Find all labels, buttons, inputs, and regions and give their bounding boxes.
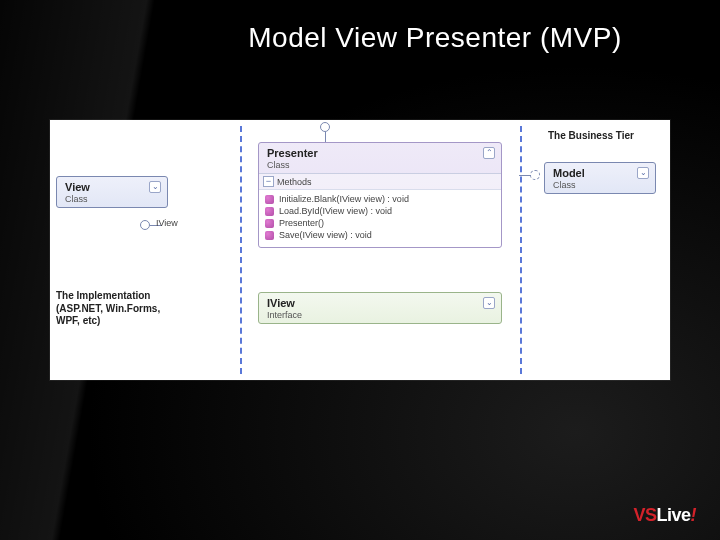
class-name: IView [267,297,302,309]
method-item: Save(IView view) : void [265,229,497,241]
class-name: View [65,181,90,193]
method-icon [265,219,274,228]
class-box-view: View Class ⌄ [56,176,168,208]
class-stereotype: Class [267,160,318,170]
logo-excl: ! [691,505,697,525]
vslive-logo: VSLive! [633,505,696,526]
lollipop-label-iview: IView [156,218,178,228]
method-icon [265,207,274,216]
class-stereotype: Interface [267,310,302,320]
collapse-icon: ⌃ [483,147,495,159]
slide-title: Model View Presenter (MVP) [180,22,690,54]
class-stereotype: Class [65,194,90,204]
method-item: Load.ById(IView view) : void [265,205,497,217]
method-icon [265,231,274,240]
method-item: Presenter() [265,217,497,229]
expand-icon: ⌄ [637,167,649,179]
section-methods: Methods [259,173,501,189]
tier-divider-right [520,126,522,374]
class-name: Presenter [267,147,318,159]
method-icon [265,195,274,204]
tier-implementation: View Class ⌄ IView The Implementation (A… [50,120,230,380]
expand-icon: ⌄ [149,181,161,193]
class-stereotype: Class [553,180,585,190]
impl-line3: WPF, etc) [56,315,226,328]
method-list: Initialize.Blank(IView view) : void Load… [259,189,501,247]
mvp-diagram: View Class ⌄ IView The Implementation (A… [50,120,670,380]
logo-live: Live [656,505,690,525]
impl-line2: (ASP.NET, Win.Forms, [56,303,226,316]
impl-line1: The Implementation [56,290,226,303]
tier-label-implementation: The Implementation (ASP.NET, Win.Forms, … [56,290,226,328]
tier-presenter: Presenter Class ⌃ Methods Initialize.Bla… [250,120,510,380]
lollipop-model-left [530,170,540,180]
class-name: Model [553,167,585,179]
tier-label-business: The Business Tier [548,130,634,143]
tier-divider-left [240,126,242,374]
expand-icon: ⌄ [483,297,495,309]
lollipop-presenter-top [320,122,330,132]
class-box-iview: IView Interface ⌄ [258,292,502,324]
lollipop-iview [140,220,150,230]
class-box-presenter: Presenter Class ⌃ Methods Initialize.Bla… [258,142,502,248]
tier-business: The Business Tier Model Class ⌄ [530,120,670,380]
method-item: Initialize.Blank(IView view) : void [265,193,497,205]
class-box-model: Model Class ⌄ [544,162,656,194]
logo-vs: VS [633,505,656,525]
